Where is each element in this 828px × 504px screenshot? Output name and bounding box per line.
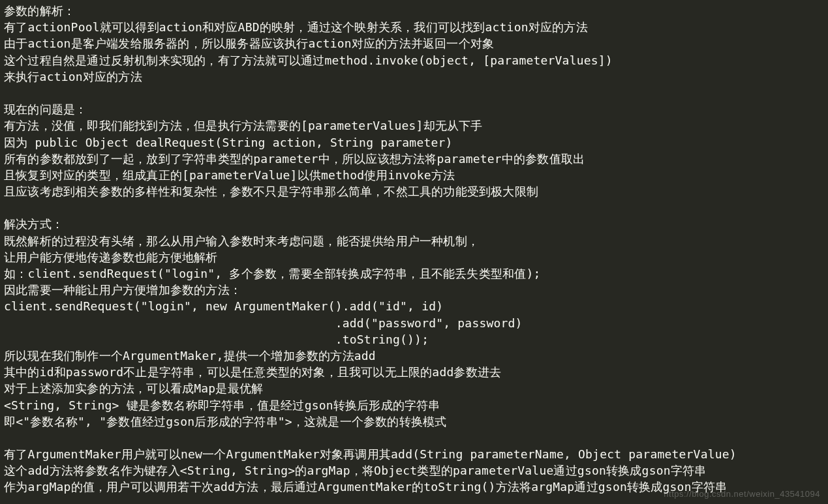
text-line: 即<"参数名称", "参数值经过gson后形成的字符串">，这就是一个参数的转换…: [4, 413, 824, 430]
text-line: 由于action是客户端发给服务器的，所以服务器应该执行action对应的方法并…: [4, 35, 824, 52]
text-line: 对于上述添加实参的方法，可以看成Map是最优解: [4, 380, 824, 396]
text-line: 这个过程自然是通过反射机制来实现的，有了方法就可以通过method.invoke…: [4, 52, 824, 68]
text-line: 让用户能方便地传递参数也能方便地解析: [4, 249, 824, 265]
text-line: [4, 200, 824, 216]
watermark-text: https://blog.csdn.net/weixin_43541094: [664, 488, 820, 500]
text-line: 且应该考虑到相关参数的多样性和复杂性，参数不只是字符串那么简单，不然工具的功能受…: [4, 183, 824, 200]
text-line: 有方法，没值，即我们能找到方法，但是执行方法需要的[parameterValue…: [4, 117, 824, 134]
text-line: client.sendRequest("login", new Argument…: [4, 298, 824, 314]
text-line: 因为 public Object dealRequest(String acti…: [4, 134, 824, 151]
text-line: 现在的问题是：: [4, 101, 824, 117]
text-line: 如：client.sendRequest("login", 多个参数，需要全部转…: [4, 265, 824, 282]
code-document: 参数的解析：有了actionPool就可以得到action和对应ABD的映射，通…: [0, 0, 828, 498]
text-line: 解决方式：: [4, 216, 824, 232]
text-line: 所有的参数都放到了一起，放到了字符串类型的parameter中，所以应该想方法将…: [4, 151, 824, 167]
text-line: 其中的id和password不止是字符串，可以是任意类型的对象，且我可以无上限的…: [4, 364, 824, 380]
text-line: 所以现在我们制作一个ArgumentMaker,提供一个增加参数的方法add: [4, 348, 824, 364]
text-line: [4, 85, 824, 101]
text-line: <String, String> 键是参数名称即字符串，值是经过gson转换后形…: [4, 397, 824, 413]
text-line: .add("password", password): [4, 315, 824, 331]
text-line: 且恢复到对应的类型，组成真正的[parameterValue]以供method使…: [4, 167, 824, 183]
text-line: 这个add方法将参数名作为键存入<String, String>的argMap，…: [4, 462, 824, 479]
text-line: 既然解析的过程没有头绪，那么从用户输入参数时来考虑问题，能否提供给用户一种机制，: [4, 233, 824, 249]
text-line: 有了actionPool就可以得到action和对应ABD的映射，通过这个映射关…: [4, 19, 824, 35]
text-line: 来执行action对应的方法: [4, 68, 824, 85]
text-line: .toString());: [4, 331, 824, 348]
text-line: 有了ArgumentMaker用户就可以new一个ArgumentMaker对象…: [4, 446, 824, 462]
text-line: [4, 430, 824, 446]
text-line: 参数的解析：: [4, 3, 824, 19]
text-line: 因此需要一种能让用户方便增加参数的方法：: [4, 282, 824, 298]
